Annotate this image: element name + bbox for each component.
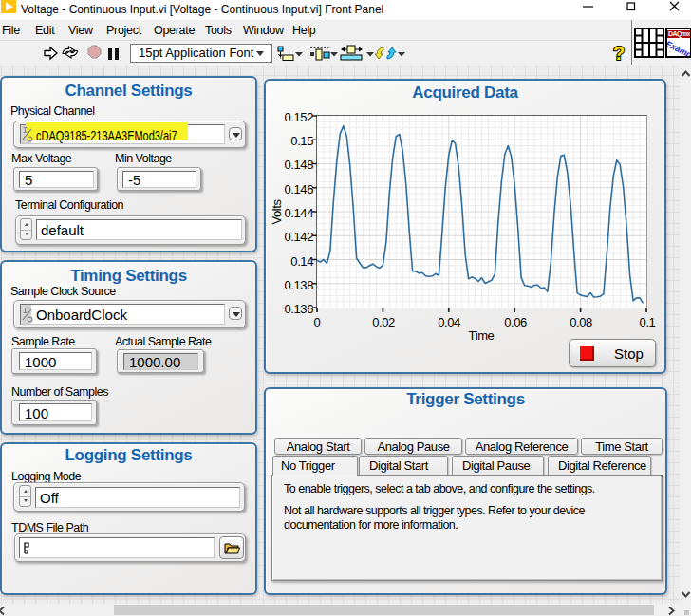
svg-text:?: ? xyxy=(613,43,625,64)
